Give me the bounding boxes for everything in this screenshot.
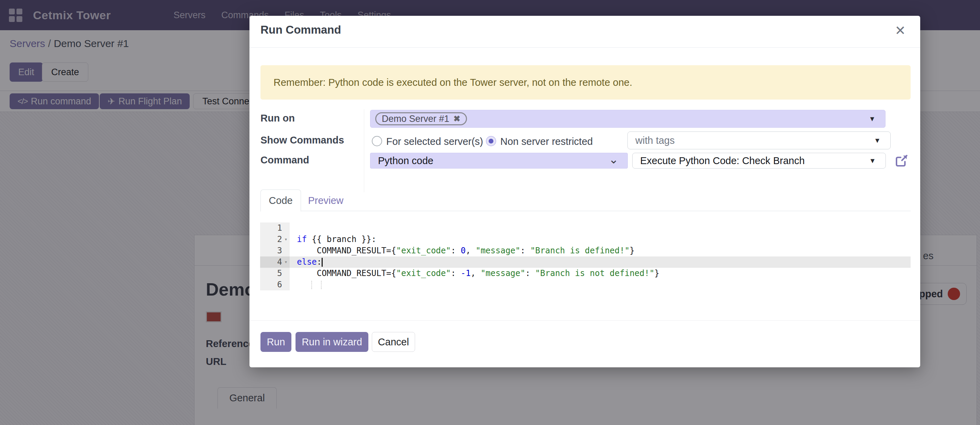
tab-preview[interactable]: Preview <box>304 189 348 211</box>
screen: Cetmix Tower ServersCommandsFilesToolsSe… <box>0 0 980 425</box>
external-link-icon[interactable] <box>894 154 908 170</box>
fold-arrow-icon[interactable]: ▾ <box>282 257 290 268</box>
fold-arrow-icon[interactable]: ▾ <box>282 234 290 245</box>
run-button[interactable]: Run <box>261 332 291 352</box>
code-line: else: <box>290 257 911 268</box>
line-number: 3 <box>260 245 290 257</box>
run-command-modal: Run Command ✕ Remember: Python code is e… <box>250 16 920 367</box>
editor-line-5[interactable]: 5 COMMAND_RESULT={"exit_code": -1, "mess… <box>260 268 911 279</box>
line-number: 6 <box>260 279 290 290</box>
chevron-down-icon: ⌄ <box>609 152 619 166</box>
radio-for-selected-servers[interactable] <box>372 136 382 146</box>
editor-line-6[interactable]: 6 <box>260 279 911 290</box>
code-editor[interactable]: 12▾if {{ branch }}:3 COMMAND_RESULT={"ex… <box>260 222 911 290</box>
radio-non-server-restricted[interactable] <box>486 136 496 146</box>
close-icon[interactable]: ✕ <box>895 24 906 37</box>
code-line: COMMAND_RESULT={"exit_code": -1, "messag… <box>290 268 911 279</box>
indent-guide <box>311 281 312 289</box>
code-line <box>290 222 911 234</box>
radio-non-server-restricted-label[interactable]: Non server restricted <box>500 136 593 147</box>
caret-down-icon: ▼ <box>869 157 876 165</box>
server-tag[interactable]: Demo Server #1 ✖ <box>375 112 467 125</box>
cancel-button[interactable]: Cancel <box>372 332 415 352</box>
caret-down-icon: ▼ <box>869 115 875 123</box>
tab-code[interactable]: Code <box>261 189 301 211</box>
code-line: if {{ branch }}: <box>290 234 911 245</box>
with-tags-select[interactable]: with tags ▼ <box>627 132 891 149</box>
code-line <box>290 279 911 290</box>
divider <box>261 211 911 211</box>
divider <box>250 48 920 48</box>
caret-down-icon: ▼ <box>874 136 881 144</box>
radio-for-selected-servers-label[interactable]: For selected server(s) <box>386 136 483 147</box>
run-on-select[interactable]: Demo Server #1 ✖ ▼ <box>370 110 886 128</box>
code-line: COMMAND_RESULT={"exit_code": 0, "message… <box>290 245 911 257</box>
show-commands-label: Show Commands <box>261 135 344 146</box>
remove-tag-icon[interactable]: ✖ <box>453 114 460 124</box>
text-cursor <box>321 258 323 267</box>
command-type-select[interactable]: Python code ⌄ <box>370 153 628 168</box>
command-label: Command <box>261 154 309 166</box>
line-number: 1 <box>260 222 290 234</box>
editor-line-1[interactable]: 1 <box>260 222 911 234</box>
line-number: 2▾ <box>260 234 290 245</box>
python-warning-alert: Remember: Python code is executed on the… <box>261 65 911 100</box>
run-in-wizard-button[interactable]: Run in wizard <box>296 332 368 352</box>
editor-line-2[interactable]: 2▾if {{ branch }}: <box>260 234 911 245</box>
run-on-label: Run on <box>261 113 295 124</box>
editor-line-3[interactable]: 3 COMMAND_RESULT={"exit_code": 0, "messa… <box>260 245 911 257</box>
indent-guide <box>321 281 321 289</box>
line-number: 4▾ <box>260 257 290 268</box>
modal-title: Run Command <box>261 23 341 36</box>
editor-line-4[interactable]: 4▾else: <box>260 257 911 268</box>
line-number: 5 <box>260 268 290 279</box>
command-select[interactable]: Execute Python Code: Check Branch ▼ <box>632 153 886 168</box>
